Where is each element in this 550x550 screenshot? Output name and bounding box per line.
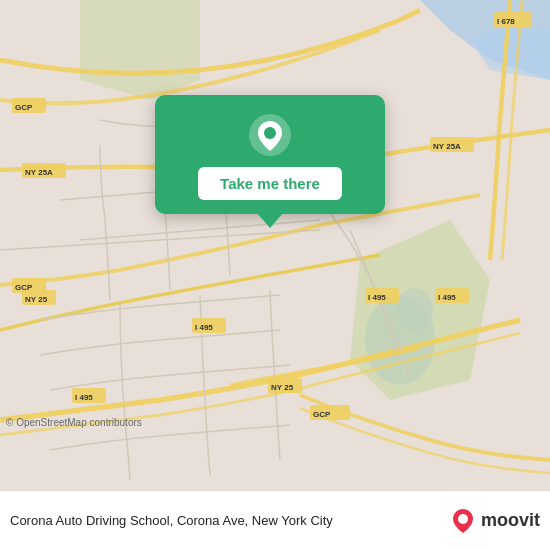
svg-point-33 xyxy=(458,514,468,524)
svg-text:NY 25A: NY 25A xyxy=(25,168,53,177)
svg-text:I 495: I 495 xyxy=(368,293,386,302)
location-text: Corona Auto Driving School, Corona Ave, … xyxy=(10,513,449,528)
svg-point-32 xyxy=(264,127,276,139)
svg-text:I 678: I 678 xyxy=(497,17,515,26)
svg-text:NY 25A: NY 25A xyxy=(433,142,461,151)
moovit-pin-icon xyxy=(449,507,477,535)
map-attribution: © OpenStreetMap contributors xyxy=(6,417,142,428)
map-container: GCP GCP GCP NY 25A NY 25A NY 25A NY 25 N… xyxy=(0,0,550,490)
popup-card: Take me there xyxy=(155,95,385,214)
bottom-bar: Corona Auto Driving School, Corona Ave, … xyxy=(0,490,550,550)
svg-text:GCP: GCP xyxy=(313,410,331,419)
svg-text:I 495: I 495 xyxy=(438,293,456,302)
location-pin-icon xyxy=(248,113,292,157)
svg-text:NY 25: NY 25 xyxy=(271,383,294,392)
take-me-there-button[interactable]: Take me there xyxy=(198,167,342,200)
svg-text:GCP: GCP xyxy=(15,103,33,112)
svg-text:I 495: I 495 xyxy=(75,393,93,402)
svg-text:NY 25: NY 25 xyxy=(25,295,48,304)
moovit-logo: moovit xyxy=(449,507,540,535)
moovit-label: moovit xyxy=(481,510,540,531)
svg-text:I 495: I 495 xyxy=(195,323,213,332)
